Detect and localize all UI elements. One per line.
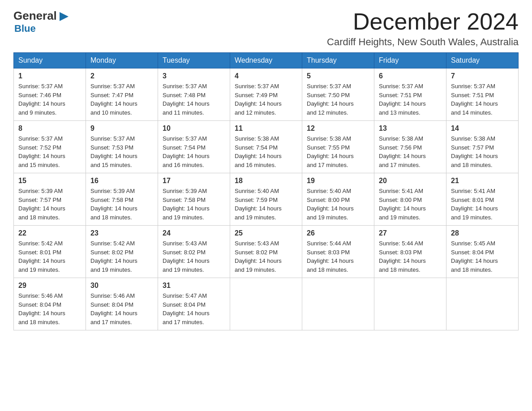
weekday-header-monday: Monday (86, 53, 158, 68)
calendar-cell: 14Sunrise: 5:38 AMSunset: 7:57 PMDayligh… (446, 121, 519, 173)
svg-marker-0 (60, 12, 69, 21)
logo-blue-text: Blue (14, 23, 70, 34)
weekday-header-row: SundayMondayTuesdayWednesdayThursdayFrid… (14, 53, 519, 68)
calendar-cell: 13Sunrise: 5:38 AMSunset: 7:56 PMDayligh… (374, 121, 446, 173)
calendar-cell: 19Sunrise: 5:40 AMSunset: 8:00 PMDayligh… (302, 173, 374, 226)
day-number: 26 (307, 229, 369, 237)
day-number: 29 (18, 282, 81, 290)
day-info: Sunrise: 5:37 AMSunset: 7:51 PMDaylight:… (379, 82, 442, 117)
day-info: Sunrise: 5:38 AMSunset: 7:55 PMDaylight:… (307, 134, 369, 169)
day-number: 11 (235, 124, 297, 133)
day-info: Sunrise: 5:44 AMSunset: 8:03 PMDaylight:… (379, 239, 442, 274)
calendar-cell: 27Sunrise: 5:44 AMSunset: 8:03 PMDayligh… (374, 226, 446, 278)
calendar-week-4: 22Sunrise: 5:42 AMSunset: 8:01 PMDayligh… (14, 226, 519, 278)
calendar-cell: 12Sunrise: 5:38 AMSunset: 7:55 PMDayligh… (302, 121, 374, 173)
day-info: Sunrise: 5:44 AMSunset: 8:03 PMDaylight:… (307, 239, 369, 274)
day-number: 31 (163, 282, 225, 290)
day-number: 9 (90, 124, 153, 133)
calendar-cell: 3Sunrise: 5:37 AMSunset: 7:48 PMDaylight… (158, 68, 230, 121)
day-info: Sunrise: 5:38 AMSunset: 7:57 PMDaylight:… (451, 134, 514, 169)
day-info: Sunrise: 5:43 AMSunset: 8:02 PMDaylight:… (235, 239, 297, 274)
day-number: 3 (163, 72, 225, 80)
calendar-cell (302, 278, 374, 330)
day-info: Sunrise: 5:37 AMSunset: 7:49 PMDaylight:… (235, 82, 297, 117)
day-number: 5 (307, 72, 369, 80)
calendar-cell: 6Sunrise: 5:37 AMSunset: 7:51 PMDaylight… (374, 68, 446, 121)
weekday-header-tuesday: Tuesday (158, 53, 230, 68)
day-info: Sunrise: 5:40 AMSunset: 7:59 PMDaylight:… (235, 187, 297, 222)
calendar-cell: 21Sunrise: 5:41 AMSunset: 8:01 PMDayligh… (446, 173, 519, 226)
day-number: 18 (235, 177, 297, 185)
calendar-cell: 22Sunrise: 5:42 AMSunset: 8:01 PMDayligh… (14, 226, 86, 278)
calendar-cell: 1Sunrise: 5:37 AMSunset: 7:46 PMDaylight… (14, 68, 86, 121)
location-text: Cardiff Heights, New South Wales, Austra… (327, 36, 519, 48)
day-number: 30 (90, 282, 153, 290)
calendar-cell: 26Sunrise: 5:44 AMSunset: 8:03 PMDayligh… (302, 226, 374, 278)
calendar-week-1: 1Sunrise: 5:37 AMSunset: 7:46 PMDaylight… (14, 68, 519, 121)
day-number: 19 (307, 177, 369, 185)
day-info: Sunrise: 5:42 AMSunset: 8:02 PMDaylight:… (90, 239, 153, 274)
day-info: Sunrise: 5:39 AMSunset: 7:58 PMDaylight:… (90, 187, 153, 222)
calendar-cell: 8Sunrise: 5:37 AMSunset: 7:52 PMDaylight… (14, 121, 86, 173)
calendar-cell: 18Sunrise: 5:40 AMSunset: 7:59 PMDayligh… (230, 173, 302, 226)
day-number: 21 (451, 177, 514, 185)
calendar-cell (446, 278, 519, 330)
day-info: Sunrise: 5:41 AMSunset: 8:01 PMDaylight:… (451, 187, 514, 222)
day-number: 12 (307, 124, 369, 133)
day-info: Sunrise: 5:37 AMSunset: 7:51 PMDaylight:… (451, 82, 514, 117)
calendar-cell: 15Sunrise: 5:39 AMSunset: 7:57 PMDayligh… (14, 173, 86, 226)
day-number: 23 (90, 229, 153, 237)
weekday-header-saturday: Saturday (446, 53, 519, 68)
day-number: 22 (18, 229, 81, 237)
day-number: 4 (235, 72, 297, 80)
calendar-cell: 16Sunrise: 5:39 AMSunset: 7:58 PMDayligh… (86, 173, 158, 226)
calendar-cell: 30Sunrise: 5:46 AMSunset: 8:04 PMDayligh… (86, 278, 158, 330)
day-number: 7 (451, 72, 514, 80)
calendar-cell: 23Sunrise: 5:42 AMSunset: 8:02 PMDayligh… (86, 226, 158, 278)
day-info: Sunrise: 5:45 AMSunset: 8:04 PMDaylight:… (451, 239, 514, 274)
calendar-cell: 7Sunrise: 5:37 AMSunset: 7:51 PMDaylight… (446, 68, 519, 121)
day-info: Sunrise: 5:37 AMSunset: 7:53 PMDaylight:… (90, 134, 153, 169)
day-number: 1 (18, 72, 81, 80)
day-number: 8 (18, 124, 81, 133)
day-number: 24 (163, 229, 225, 237)
month-year-heading: December 2024 (327, 9, 519, 34)
day-info: Sunrise: 5:37 AMSunset: 7:54 PMDaylight:… (163, 134, 225, 169)
calendar-cell (374, 278, 446, 330)
day-info: Sunrise: 5:47 AMSunset: 8:04 PMDaylight:… (163, 291, 225, 326)
day-number: 16 (90, 177, 153, 185)
day-number: 14 (451, 124, 514, 133)
day-info: Sunrise: 5:37 AMSunset: 7:50 PMDaylight:… (307, 82, 369, 117)
calendar-cell: 11Sunrise: 5:38 AMSunset: 7:54 PMDayligh… (230, 121, 302, 173)
calendar-week-3: 15Sunrise: 5:39 AMSunset: 7:57 PMDayligh… (14, 173, 519, 226)
day-info: Sunrise: 5:37 AMSunset: 7:46 PMDaylight:… (18, 82, 81, 117)
day-info: Sunrise: 5:41 AMSunset: 8:00 PMDaylight:… (379, 187, 442, 222)
day-info: Sunrise: 5:38 AMSunset: 7:54 PMDaylight:… (235, 134, 297, 169)
day-number: 20 (379, 177, 442, 185)
logo: General Blue (13, 9, 70, 34)
day-info: Sunrise: 5:37 AMSunset: 7:47 PMDaylight:… (90, 82, 153, 117)
calendar-cell: 4Sunrise: 5:37 AMSunset: 7:49 PMDaylight… (230, 68, 302, 121)
day-info: Sunrise: 5:46 AMSunset: 8:04 PMDaylight:… (18, 291, 81, 326)
day-number: 17 (163, 177, 225, 185)
day-info: Sunrise: 5:39 AMSunset: 7:57 PMDaylight:… (18, 187, 81, 222)
calendar-cell: 28Sunrise: 5:45 AMSunset: 8:04 PMDayligh… (446, 226, 519, 278)
day-number: 6 (379, 72, 442, 80)
day-info: Sunrise: 5:46 AMSunset: 8:04 PMDaylight:… (90, 291, 153, 326)
calendar-cell: 29Sunrise: 5:46 AMSunset: 8:04 PMDayligh… (14, 278, 86, 330)
calendar-cell: 17Sunrise: 5:39 AMSunset: 7:58 PMDayligh… (158, 173, 230, 226)
logo-general-text: General (13, 9, 57, 23)
day-info: Sunrise: 5:39 AMSunset: 7:58 PMDaylight:… (163, 187, 225, 222)
day-info: Sunrise: 5:42 AMSunset: 8:01 PMDaylight:… (18, 239, 81, 274)
weekday-header-thursday: Thursday (302, 53, 374, 68)
calendar-cell: 31Sunrise: 5:47 AMSunset: 8:04 PMDayligh… (158, 278, 230, 330)
day-info: Sunrise: 5:40 AMSunset: 8:00 PMDaylight:… (307, 187, 369, 222)
calendar-table: SundayMondayTuesdayWednesdayThursdayFrid… (13, 52, 519, 330)
day-info: Sunrise: 5:37 AMSunset: 7:52 PMDaylight:… (18, 134, 81, 169)
calendar-cell: 2Sunrise: 5:37 AMSunset: 7:47 PMDaylight… (86, 68, 158, 121)
calendar-cell (230, 278, 302, 330)
calendar-week-5: 29Sunrise: 5:46 AMSunset: 8:04 PMDayligh… (14, 278, 519, 330)
calendar-cell: 9Sunrise: 5:37 AMSunset: 7:53 PMDaylight… (86, 121, 158, 173)
day-number: 27 (379, 229, 442, 237)
day-number: 2 (90, 72, 153, 80)
